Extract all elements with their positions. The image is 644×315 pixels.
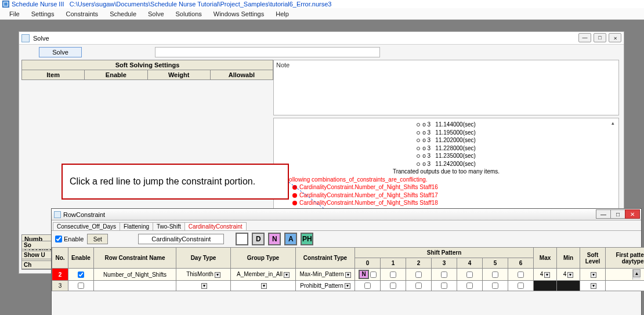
solve-max-button[interactable]: □ bbox=[594, 33, 606, 42]
tab-cardinality-constraint[interactable]: CardinalityConstraint bbox=[184, 222, 247, 230]
row-sp1[interactable] bbox=[381, 269, 406, 281]
tab-two-shift[interactable]: Two-Shift bbox=[153, 222, 185, 230]
row-min[interactable]: 4▾ bbox=[557, 269, 580, 281]
row-grouptype[interactable]: A_Member_in_All▾ bbox=[231, 269, 296, 281]
table-row: 3 ▾ ▾ Prohibitt_Pattern▾ bbox=[52, 281, 645, 291]
conflict-line[interactable]: CardinalityConstraint.Number_of_Night_Sh… bbox=[278, 199, 614, 207]
row-sp3[interactable] bbox=[432, 269, 457, 281]
menu-constraints[interactable]: Constraints bbox=[60, 9, 104, 19]
row-no[interactable]: 2 bbox=[52, 269, 68, 281]
row-sp5[interactable] bbox=[483, 281, 508, 291]
shift-chip-ph[interactable]: PH bbox=[301, 233, 313, 245]
menu-file[interactable]: File bbox=[3, 9, 26, 19]
note-textarea[interactable]: Note bbox=[273, 60, 619, 115]
row-sp3[interactable] bbox=[432, 281, 457, 291]
col-sp-5[interactable]: 5 bbox=[483, 258, 508, 269]
menu-help[interactable]: Help bbox=[270, 9, 295, 19]
shift-chip-d[interactable]: D bbox=[252, 233, 265, 245]
col-row-constraint-name[interactable]: Row Constraint Name bbox=[94, 248, 176, 269]
row-max[interactable]: 4▾ bbox=[534, 269, 557, 281]
shift-chip-n[interactable]: N bbox=[268, 233, 281, 245]
row-enable[interactable] bbox=[68, 281, 94, 291]
row-enable[interactable] bbox=[68, 269, 94, 281]
col-day-type[interactable]: Day Type bbox=[176, 248, 231, 269]
row-daytype[interactable]: ▾ bbox=[176, 281, 231, 291]
col-first-pattern-daytype[interactable]: First pattern daytype bbox=[606, 248, 644, 269]
tab-consecutive-off-days[interactable]: Consecutive_Off_Days bbox=[53, 222, 120, 230]
row-name[interactable]: Number_of_Night_Shifts bbox=[94, 269, 176, 281]
rc-name-field[interactable] bbox=[138, 234, 224, 244]
row-sp0[interactable] bbox=[355, 281, 381, 291]
shift-chip-blank[interactable] bbox=[236, 233, 248, 245]
row-min[interactable] bbox=[557, 281, 580, 291]
row-sp4[interactable] bbox=[457, 281, 483, 291]
dropdown-icon: ▾ bbox=[345, 272, 351, 278]
col-max[interactable]: Max bbox=[534, 248, 557, 269]
solve-window-icon bbox=[21, 34, 30, 42]
soft-col-allowable[interactable]: Allowabl bbox=[211, 70, 273, 79]
row-constrainttype[interactable]: Max-Min_Pattern▾ bbox=[296, 269, 355, 281]
rc-close-button[interactable]: ✕ bbox=[625, 209, 640, 219]
rowconstraint-toolbar: Enable Set D N A PH bbox=[52, 231, 641, 247]
menu-solutions[interactable]: Solutions bbox=[170, 9, 208, 19]
soft-col-weight[interactable]: Weight bbox=[148, 70, 211, 79]
soft-settings-header: Soft Solving Settings bbox=[22, 60, 273, 70]
rc-set-button[interactable]: Set bbox=[87, 234, 108, 244]
row-name[interactable] bbox=[94, 281, 176, 291]
col-enable[interactable]: Enable bbox=[68, 248, 94, 269]
conflict-line[interactable]: CardinalityConstraint.Number_of_Night_Sh… bbox=[278, 191, 614, 200]
menu-schedule[interactable]: Schedule bbox=[104, 9, 142, 19]
tab-flattening[interactable]: Flattening bbox=[120, 222, 153, 230]
soft-col-item[interactable]: Item bbox=[22, 70, 85, 79]
col-shift-pattern-group: Shift Pattern bbox=[355, 248, 534, 258]
row-sp4[interactable] bbox=[457, 269, 483, 281]
col-sp-4[interactable]: 4 bbox=[457, 258, 483, 269]
rc-enable-checkbox[interactable]: Enable bbox=[55, 236, 84, 242]
menu-settings[interactable]: Settings bbox=[26, 9, 60, 19]
row-first-pattern[interactable] bbox=[606, 281, 644, 291]
row-sp0[interactable]: N bbox=[355, 269, 381, 281]
scroll-up-icon[interactable]: ▲ bbox=[633, 269, 641, 277]
soft-col-enable[interactable]: Enable bbox=[85, 70, 147, 79]
row-sp6[interactable] bbox=[508, 269, 534, 281]
rc-max-button[interactable]: □ bbox=[610, 209, 625, 219]
col-constraint-type[interactable]: Constraint Type bbox=[296, 248, 355, 269]
row-grouptype[interactable]: ▾ bbox=[231, 281, 296, 291]
menu-windows-settings[interactable]: Windows Settings bbox=[208, 9, 270, 19]
app-title-path: C:\Users\sugaw\Documents\Schedule Nurse … bbox=[70, 1, 332, 8]
solve-close-button[interactable]: ⨉ bbox=[609, 33, 621, 42]
col-sp-3[interactable]: 3 bbox=[432, 258, 457, 269]
row-sp5[interactable] bbox=[483, 269, 508, 281]
grid-scrollbar[interactable]: ▲ bbox=[632, 269, 641, 280]
col-group-type[interactable]: Group Type bbox=[231, 248, 296, 269]
conflict-line[interactable]: CardinalityConstraint.Number_of_Night_Sh… bbox=[278, 183, 614, 191]
row-soft[interactable]: ▾ bbox=[580, 269, 606, 281]
col-min[interactable]: Min bbox=[557, 248, 580, 269]
rc-min-button[interactable]: — bbox=[596, 209, 611, 219]
rowconstraint-titlebar[interactable]: RowConstraint — □ ✕ bbox=[52, 209, 641, 220]
dropdown-icon: ▾ bbox=[544, 272, 550, 278]
col-no[interactable]: No. bbox=[52, 248, 68, 269]
row-sp1[interactable] bbox=[381, 281, 406, 291]
row-sp6[interactable] bbox=[508, 281, 534, 291]
row-daytype[interactable]: ThisMonth▾ bbox=[176, 269, 231, 281]
row-sp2[interactable] bbox=[406, 281, 432, 291]
col-soft-level[interactable]: Soft Level bbox=[580, 248, 606, 269]
solve-progress bbox=[155, 47, 380, 57]
solve-button[interactable]: Solve bbox=[39, 47, 82, 57]
col-sp-1[interactable]: 1 bbox=[381, 258, 406, 269]
row-sp2[interactable] bbox=[406, 269, 432, 281]
conflict-header-line[interactable]: Following combinations_of_constraints_ar… bbox=[278, 176, 614, 184]
row-max[interactable] bbox=[534, 281, 557, 291]
col-sp-6[interactable]: 6 bbox=[508, 258, 534, 269]
scroll-up-icon[interactable]: ▴ bbox=[612, 120, 617, 125]
solve-window-titlebar[interactable]: Solve — □ ⨉ bbox=[19, 32, 624, 45]
row-soft[interactable]: ▾ bbox=[580, 281, 606, 291]
menu-solve[interactable]: Solve bbox=[142, 9, 170, 19]
col-sp-0[interactable]: 0 bbox=[355, 258, 381, 269]
row-constrainttype[interactable]: Prohibitt_Pattern▾ bbox=[296, 281, 355, 291]
shift-chip-a[interactable]: A bbox=[284, 233, 297, 245]
row-no[interactable]: 3 bbox=[52, 281, 68, 291]
col-sp-2[interactable]: 2 bbox=[406, 258, 432, 269]
solve-min-button[interactable]: — bbox=[578, 33, 591, 42]
